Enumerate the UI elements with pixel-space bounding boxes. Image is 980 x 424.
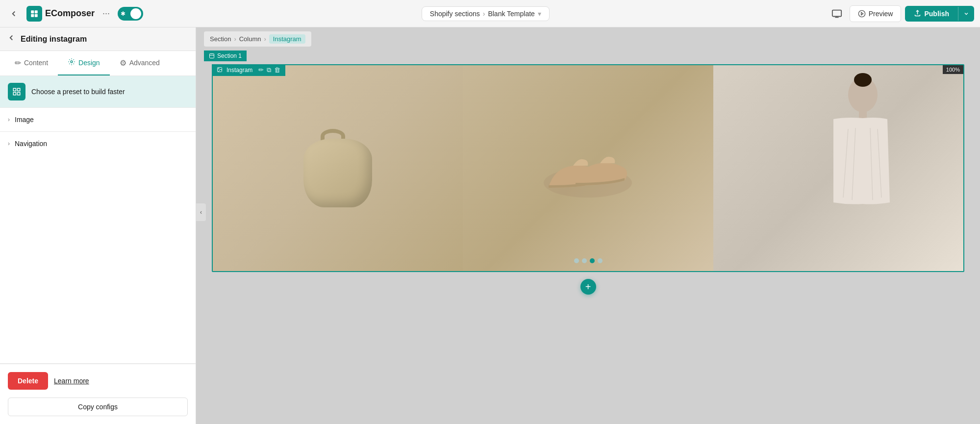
element-toolbar: Instagram ✏ ⧉ 🗑 <box>212 64 285 76</box>
tab-content[interactable]: ✏ Content <box>5 51 58 75</box>
preset-button[interactable]: Choose a preset to build faster <box>0 76 196 107</box>
breadcrumb-pill[interactable]: Shopify sections › Blank Template ▾ <box>422 6 550 21</box>
accordion-image-chevron: › <box>8 116 10 123</box>
element-toolbar-icon <box>217 67 223 74</box>
carousel-dots <box>574 258 603 263</box>
breadcrumb-sep1: › <box>483 10 485 18</box>
preview-button[interactable]: Preview <box>850 5 902 22</box>
accordion-image-header[interactable]: › Image <box>0 108 196 131</box>
preview-label: Preview <box>869 10 893 18</box>
element-toolbar-actions: ✏ ⧉ 🗑 <box>258 66 280 74</box>
sidebar-content: Choose a preset to build faster › Image … <box>0 76 196 363</box>
person-illustration <box>770 65 907 271</box>
publish-main-area[interactable]: Publish <box>905 6 958 22</box>
tabs-row: ✏ Content Design ⚙ Advanced <box>0 51 196 76</box>
svg-rect-0 <box>31 10 34 13</box>
accordion-navigation: › Navigation <box>0 131 196 155</box>
sidebar-header: Editing instagram <box>0 27 196 51</box>
publish-dropdown-chevron[interactable] <box>958 7 974 21</box>
sidebar-back-button[interactable] <box>7 33 16 45</box>
breadcrumb-part2: Blank Template <box>488 10 534 18</box>
sidebar-collapse-button[interactable]: ‹ <box>196 203 206 221</box>
canvas-area: Section › Column › Instagram Section 1 <box>196 27 980 424</box>
add-section-area: + <box>196 279 980 295</box>
svg-rect-2 <box>31 14 34 17</box>
canvas-breadcrumb: Section › Column › Instagram <box>204 31 311 47</box>
svg-point-7 <box>71 61 73 63</box>
svg-rect-3 <box>35 14 38 17</box>
svg-rect-9 <box>18 88 20 91</box>
duplicate-element-button[interactable]: ⧉ <box>267 66 271 74</box>
canvas-breadcrumb-sep2: › <box>264 35 266 43</box>
shoes-illustration <box>534 129 642 207</box>
tab-advanced[interactable]: ⚙ Advanced <box>110 51 170 75</box>
publish-button[interactable]: Publish <box>905 6 974 22</box>
carousel-image-bag <box>213 65 463 271</box>
sidebar-title: Editing instagram <box>21 35 87 44</box>
svg-rect-10 <box>13 93 16 95</box>
preset-text: Choose a preset to build faster <box>31 88 125 96</box>
canvas-section: Instagram ✏ ⧉ 🗑 100% <box>212 64 964 272</box>
topbar: EComposer ··· ✱ Shopify sections › Blank… <box>0 0 980 27</box>
accordion-navigation-label: Navigation <box>15 140 47 148</box>
bag-body <box>303 139 372 207</box>
svg-point-18 <box>854 73 872 87</box>
accordion-image: › Image <box>0 107 196 131</box>
device-view-button[interactable] <box>828 5 846 23</box>
copy-configs-button[interactable]: Copy configs <box>8 398 188 416</box>
toggle-thumb <box>130 8 141 19</box>
breadcrumb-area: Shopify sections › Blank Template ▾ <box>148 6 823 21</box>
canvas-breadcrumb-sep1: › <box>234 35 236 43</box>
tab-design-label: Design <box>78 59 100 67</box>
sidebar-action-row: Delete Learn more <box>0 364 196 398</box>
delete-button[interactable]: Delete <box>8 372 48 390</box>
canvas-breadcrumb-column[interactable]: Column <box>239 35 261 43</box>
canvas-breadcrumb-current[interactable]: Instagram <box>269 34 305 44</box>
more-options-button[interactable]: ··· <box>100 6 113 21</box>
sidebar-bottom-actions: Delete Learn more Copy configs <box>0 363 196 424</box>
canvas-breadcrumb-section[interactable]: Section <box>210 35 231 43</box>
svg-point-5 <box>858 10 865 17</box>
logo-text: EComposer <box>45 8 95 19</box>
zoom-percent-badge: 100% <box>943 65 963 74</box>
edit-element-button[interactable]: ✏ <box>258 66 264 74</box>
back-button[interactable] <box>6 6 22 22</box>
carousel-dot-1[interactable] <box>574 258 579 263</box>
section1-label-bar: Section 1 <box>204 50 247 61</box>
carousel-dot-4[interactable] <box>598 258 603 263</box>
svg-rect-12 <box>210 54 214 58</box>
breadcrumb-part1: Shopify sections <box>430 10 480 18</box>
toggle-switch[interactable]: ✱ <box>118 7 143 21</box>
logo-area: EComposer <box>26 6 95 22</box>
preset-icon <box>8 83 25 100</box>
main-layout: Editing instagram ✏ Content Design ⚙ Adv… <box>0 27 980 424</box>
accordion-navigation-header[interactable]: › Navigation <box>0 132 196 155</box>
canvas-topbar: Section › Column › Instagram <box>196 27 980 50</box>
ecomposer-logo-icon <box>26 6 42 22</box>
instagram-carousel <box>213 65 963 271</box>
carousel-image-person <box>713 65 963 271</box>
learn-more-link[interactable]: Learn more <box>54 377 89 385</box>
topbar-right: Preview Publish <box>828 5 974 23</box>
bag-illustration <box>299 124 377 212</box>
tab-design[interactable]: Design <box>58 51 110 75</box>
sidebar: Editing instagram ✏ Content Design ⚙ Adv… <box>0 27 196 424</box>
toggle-star-icon: ✱ <box>121 10 126 17</box>
svg-rect-11 <box>18 93 20 95</box>
svg-rect-1 <box>35 10 38 13</box>
accordion-image-label: Image <box>15 116 34 124</box>
delete-element-button[interactable]: 🗑 <box>274 66 280 74</box>
element-toolbar-label: Instagram <box>226 67 252 74</box>
svg-rect-19 <box>859 109 867 119</box>
carousel-dot-2[interactable] <box>582 258 587 263</box>
breadcrumb-chevron-icon: ▾ <box>538 10 541 18</box>
tab-advanced-label: Advanced <box>129 59 160 67</box>
advanced-tab-icon: ⚙ <box>120 58 126 68</box>
publish-label: Publish <box>924 10 949 18</box>
carousel-dot-3[interactable] <box>590 258 595 263</box>
content-tab-icon: ✏ <box>15 58 21 68</box>
svg-rect-8 <box>13 88 16 91</box>
design-tab-icon <box>68 58 75 68</box>
add-section-button[interactable]: + <box>580 279 596 295</box>
topbar-left: EComposer ··· ✱ <box>6 6 143 22</box>
